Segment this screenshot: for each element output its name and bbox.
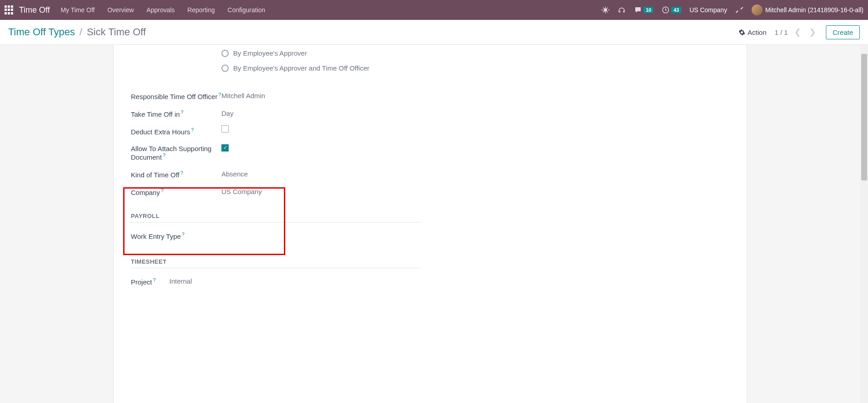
breadcrumb: Time Off Types / Sick Time Off [8,26,146,38]
menu-overview[interactable]: Overview [107,6,134,14]
activities-badge: 43 [671,7,681,13]
breadcrumb-sep: / [80,26,82,38]
user-menu[interactable]: Mitchell Admin (21418909-16-0-all) [752,5,863,15]
pager-value[interactable]: 1 / 1 [775,28,788,36]
menu-approvals[interactable]: Approvals [147,6,175,14]
pager: 1 / 1 ❮ ❯ [775,27,818,37]
apps-icon[interactable] [5,5,14,14]
activities-icon[interactable]: 43 [662,6,681,14]
messaging-badge: 10 [643,7,653,13]
pager-prev[interactable]: ❮ [792,27,803,37]
menu-reporting[interactable]: Reporting [187,6,215,14]
gear-icon [739,29,745,36]
pager-next[interactable]: ❯ [807,27,818,37]
messaging-icon[interactable]: 10 [634,6,653,14]
support-icon[interactable] [618,6,626,14]
app-name[interactable]: Time Off [19,5,50,15]
breadcrumb-current: Sick Time Off [87,26,146,38]
action-button[interactable]: Action [739,28,767,36]
user-name: Mitchell Admin (21418909-16-0-all) [765,6,863,14]
tools-icon[interactable] [735,6,743,14]
company-switcher[interactable]: US Company [690,6,727,14]
avatar [752,5,762,15]
topbar-right: 10 43 US Company Mitchell Admin (2141890… [601,5,863,15]
menu-configuration[interactable]: Configuration [228,6,265,14]
topbar: Time Off My Time Off Overview Approvals … [0,0,868,20]
bug-icon[interactable] [601,6,609,14]
svg-point-0 [604,8,607,12]
control-bar: Time Off Types / Sick Time Off Action 1 … [0,20,868,45]
menu-my-time-off[interactable]: My Time Off [61,6,95,14]
main-menu: My Time Off Overview Approvals Reporting… [61,6,265,14]
breadcrumb-parent[interactable]: Time Off Types [8,26,75,38]
create-button[interactable]: Create [826,25,860,39]
